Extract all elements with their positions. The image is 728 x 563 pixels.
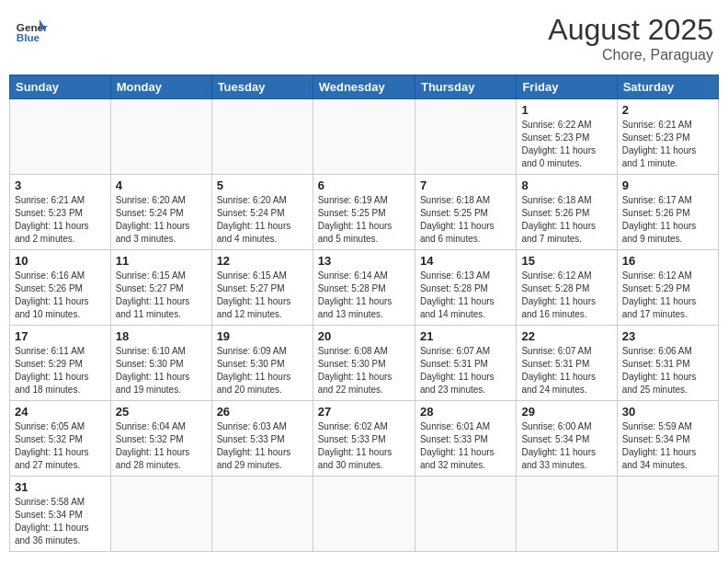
- day-info: Sunrise: 6:01 AM Sunset: 5:33 PM Dayligh…: [420, 420, 511, 472]
- day-info: Sunrise: 6:18 AM Sunset: 5:26 PM Dayligh…: [521, 194, 611, 246]
- weekday-header-wednesday: Wednesday: [313, 75, 415, 99]
- calendar-cell: 25Sunrise: 6:04 AM Sunset: 5:32 PM Dayli…: [110, 401, 211, 477]
- calendar-cell: [211, 477, 313, 552]
- calendar-cell: 11Sunrise: 6:15 AM Sunset: 5:27 PM Dayli…: [110, 250, 211, 326]
- day-info: Sunrise: 6:14 AM Sunset: 5:28 PM Dayligh…: [318, 270, 410, 321]
- svg-text:Blue: Blue: [17, 31, 40, 43]
- day-number: 27: [318, 405, 410, 419]
- day-number: 11: [116, 254, 207, 268]
- calendar-cell: 24Sunrise: 6:05 AM Sunset: 5:32 PM Dayli…: [10, 401, 111, 477]
- weekday-header-friday: Friday: [517, 75, 617, 99]
- location: Chore, Paraguay: [548, 47, 713, 63]
- day-number: 13: [318, 254, 410, 268]
- day-number: 7: [420, 178, 511, 192]
- calendar-cell: 18Sunrise: 6:10 AM Sunset: 5:30 PM Dayli…: [110, 326, 211, 401]
- calendar-cell: 19Sunrise: 6:09 AM Sunset: 5:30 PM Dayli…: [211, 326, 313, 401]
- calendar-cell: [415, 477, 516, 552]
- day-info: Sunrise: 6:12 AM Sunset: 5:28 PM Dayligh…: [521, 270, 611, 321]
- day-number: 25: [116, 405, 207, 419]
- day-number: 2: [622, 103, 713, 117]
- day-info: Sunrise: 6:11 AM Sunset: 5:29 PM Dayligh…: [15, 345, 106, 396]
- day-info: Sunrise: 6:06 AM Sunset: 5:31 PM Dayligh…: [622, 345, 713, 396]
- logo: General Blue: [15, 13, 48, 46]
- day-info: Sunrise: 6:04 AM Sunset: 5:32 PM Dayligh…: [116, 420, 207, 472]
- day-number: 29: [521, 405, 611, 419]
- calendar-cell: 29Sunrise: 6:00 AM Sunset: 5:34 PM Dayli…: [517, 401, 617, 477]
- day-number: 1: [521, 103, 611, 117]
- calendar-cell: [110, 477, 211, 552]
- calendar-cell: 14Sunrise: 6:13 AM Sunset: 5:28 PM Dayli…: [415, 250, 516, 326]
- day-info: Sunrise: 6:10 AM Sunset: 5:30 PM Dayligh…: [116, 345, 207, 396]
- day-info: Sunrise: 6:15 AM Sunset: 5:27 PM Dayligh…: [116, 270, 207, 321]
- day-info: Sunrise: 6:03 AM Sunset: 5:33 PM Dayligh…: [217, 420, 308, 472]
- calendar-cell: 30Sunrise: 5:59 AM Sunset: 5:34 PM Dayli…: [617, 401, 718, 477]
- day-number: 6: [318, 178, 410, 192]
- calendar-cell: 15Sunrise: 6:12 AM Sunset: 5:28 PM Dayli…: [517, 250, 617, 326]
- week-row-2: 10Sunrise: 6:16 AM Sunset: 5:26 PM Dayli…: [10, 250, 719, 326]
- day-number: 18: [116, 329, 207, 343]
- calendar-cell: 26Sunrise: 6:03 AM Sunset: 5:33 PM Dayli…: [211, 401, 313, 477]
- calendar-cell: 31Sunrise: 5:58 AM Sunset: 5:34 PM Dayli…: [10, 477, 111, 552]
- month-year: August 2025: [548, 13, 713, 47]
- calendar-cell: 5Sunrise: 6:20 AM Sunset: 5:24 PM Daylig…: [211, 175, 313, 250]
- page-header: General Blue August 2025 Chore, Paraguay: [9, 9, 719, 67]
- calendar-cell: [517, 477, 617, 552]
- calendar-cell: 27Sunrise: 6:02 AM Sunset: 5:33 PM Dayli…: [313, 401, 415, 477]
- calendar-cell: 17Sunrise: 6:11 AM Sunset: 5:29 PM Dayli…: [10, 326, 111, 401]
- day-number: 28: [420, 405, 511, 419]
- calendar-cell: 21Sunrise: 6:07 AM Sunset: 5:31 PM Dayli…: [415, 326, 516, 401]
- day-number: 16: [622, 254, 713, 268]
- calendar-cell: [617, 477, 718, 552]
- calendar-cell: 6Sunrise: 6:19 AM Sunset: 5:25 PM Daylig…: [313, 175, 415, 250]
- day-info: Sunrise: 6:09 AM Sunset: 5:30 PM Dayligh…: [217, 345, 308, 396]
- day-number: 14: [420, 254, 511, 268]
- day-number: 17: [15, 329, 106, 343]
- calendar-cell: [313, 99, 415, 175]
- week-row-5: 31Sunrise: 5:58 AM Sunset: 5:34 PM Dayli…: [10, 477, 719, 552]
- weekday-header-thursday: Thursday: [415, 75, 516, 99]
- calendar-cell: 3Sunrise: 6:21 AM Sunset: 5:23 PM Daylig…: [10, 175, 111, 250]
- day-number: 30: [622, 405, 713, 419]
- day-number: 20: [318, 329, 410, 343]
- day-info: Sunrise: 6:19 AM Sunset: 5:25 PM Dayligh…: [318, 194, 410, 246]
- day-info: Sunrise: 5:59 AM Sunset: 5:34 PM Dayligh…: [622, 420, 713, 472]
- calendar-cell: 8Sunrise: 6:18 AM Sunset: 5:26 PM Daylig…: [517, 175, 617, 250]
- calendar-cell: 10Sunrise: 6:16 AM Sunset: 5:26 PM Dayli…: [10, 250, 111, 326]
- day-info: Sunrise: 6:15 AM Sunset: 5:27 PM Dayligh…: [217, 270, 308, 321]
- calendar-cell: [415, 99, 516, 175]
- day-number: 24: [15, 405, 106, 419]
- day-number: 22: [521, 329, 611, 343]
- weekday-header-tuesday: Tuesday: [211, 75, 313, 99]
- day-number: 12: [217, 254, 308, 268]
- day-info: Sunrise: 6:08 AM Sunset: 5:30 PM Dayligh…: [318, 345, 410, 396]
- logo-icon: General Blue: [15, 13, 48, 46]
- day-info: Sunrise: 6:18 AM Sunset: 5:25 PM Dayligh…: [420, 194, 511, 246]
- day-info: Sunrise: 6:20 AM Sunset: 5:24 PM Dayligh…: [217, 194, 308, 246]
- day-info: Sunrise: 6:22 AM Sunset: 5:23 PM Dayligh…: [521, 119, 611, 170]
- day-info: Sunrise: 6:21 AM Sunset: 5:23 PM Dayligh…: [622, 119, 713, 170]
- calendar-cell: [211, 99, 313, 175]
- day-info: Sunrise: 6:07 AM Sunset: 5:31 PM Dayligh…: [521, 345, 611, 396]
- day-info: Sunrise: 6:07 AM Sunset: 5:31 PM Dayligh…: [420, 345, 511, 396]
- calendar-cell: 20Sunrise: 6:08 AM Sunset: 5:30 PM Dayli…: [313, 326, 415, 401]
- calendar-cell: [10, 99, 111, 175]
- day-number: 3: [15, 178, 106, 192]
- calendar-cell: 28Sunrise: 6:01 AM Sunset: 5:33 PM Dayli…: [415, 401, 516, 477]
- calendar-table: SundayMondayTuesdayWednesdayThursdayFrid…: [9, 75, 719, 552]
- day-info: Sunrise: 6:16 AM Sunset: 5:26 PM Dayligh…: [15, 270, 106, 321]
- calendar-cell: 7Sunrise: 6:18 AM Sunset: 5:25 PM Daylig…: [415, 175, 516, 250]
- day-number: 5: [217, 178, 308, 192]
- calendar-cell: 23Sunrise: 6:06 AM Sunset: 5:31 PM Dayli…: [617, 326, 718, 401]
- calendar-cell: 4Sunrise: 6:20 AM Sunset: 5:24 PM Daylig…: [110, 175, 211, 250]
- day-number: 26: [217, 405, 308, 419]
- day-number: 15: [521, 254, 611, 268]
- week-row-0: 1Sunrise: 6:22 AM Sunset: 5:23 PM Daylig…: [10, 99, 719, 175]
- day-info: Sunrise: 6:05 AM Sunset: 5:32 PM Dayligh…: [15, 420, 106, 472]
- week-row-1: 3Sunrise: 6:21 AM Sunset: 5:23 PM Daylig…: [10, 175, 719, 250]
- calendar-cell: 1Sunrise: 6:22 AM Sunset: 5:23 PM Daylig…: [517, 99, 617, 175]
- day-number: 23: [622, 329, 713, 343]
- title-block: August 2025 Chore, Paraguay: [548, 13, 713, 63]
- calendar-cell: [110, 99, 211, 175]
- day-info: Sunrise: 6:00 AM Sunset: 5:34 PM Dayligh…: [521, 420, 611, 472]
- weekday-header-sunday: Sunday: [10, 75, 111, 99]
